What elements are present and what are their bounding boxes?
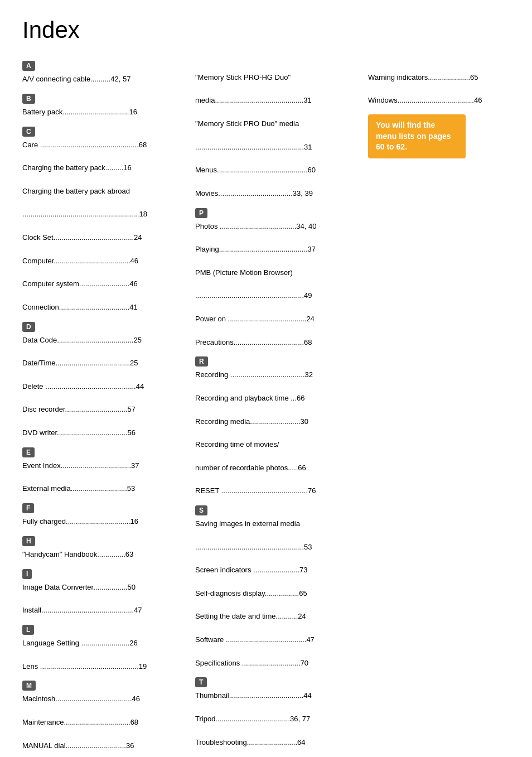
- entry-text: Install.................................…: [22, 605, 195, 616]
- entry-text: "Handycam" Handbook..............63: [22, 549, 195, 561]
- entry-text: A/V connecting cable..........42, 57: [22, 74, 195, 85]
- entry-text: Disc recorder...........................…: [22, 404, 195, 416]
- index-entry: Saving images in external media: [195, 506, 368, 530]
- index-entry: ........................................…: [195, 531, 368, 553]
- index-entry: ........................................…: [22, 199, 195, 221]
- index-entry: Language Setting .......................…: [22, 625, 195, 649]
- entry-text: External media..........................…: [22, 483, 195, 495]
- index-section: SSaving images in external media........…: [195, 505, 368, 669]
- entry-text: Tripod..................................…: [195, 713, 368, 725]
- index-entry: External media..........................…: [22, 473, 195, 495]
- callout-box: You will find the menu lists on pages 60…: [368, 114, 466, 158]
- entry-text: Movies..................................…: [195, 188, 368, 200]
- entry-text: Charging the battery pack.........16: [22, 162, 195, 174]
- index-entry: Photos .................................…: [195, 209, 368, 233]
- index-entry: Recording ..............................…: [195, 357, 368, 381]
- index-entry: Playing.................................…: [195, 233, 368, 255]
- index-entry: Date/Time...............................…: [22, 347, 195, 369]
- entry-text: ........................................…: [195, 542, 368, 553]
- entry-text: Data Code...............................…: [22, 335, 195, 346]
- entry-text: Charging the battery pack abroad: [22, 186, 195, 197]
- index-entry: Data Code...............................…: [22, 322, 195, 346]
- index-entry: Windows.................................…: [368, 85, 510, 107]
- entry-text: DVD writer..............................…: [22, 427, 195, 439]
- index-section: PPhotos ................................…: [195, 208, 368, 349]
- index-entry: Setting the date and time...........24: [195, 601, 368, 623]
- entry-text: Recording media.........................…: [195, 416, 368, 428]
- entry-text: Image Data Converter.................50: [22, 582, 195, 594]
- entry-text: "Memory Stick PRO-HG Duo": [195, 72, 368, 84]
- index-section: "Memory Stick PRO-HG Duo"media..........…: [195, 60, 368, 200]
- entry-text: Power on ...............................…: [195, 314, 368, 325]
- index-entry: Computer................................…: [22, 245, 195, 267]
- mid-column: "Memory Stick PRO-HG Duo"media..........…: [195, 60, 368, 757]
- index-section: AA/V connecting cable..........42, 57: [22, 60, 195, 85]
- index-section: RRecording .............................…: [195, 356, 368, 497]
- entry-text: media...................................…: [195, 95, 368, 107]
- entry-text: Battery pack............................…: [22, 107, 195, 118]
- entry-text: Date/Time...............................…: [22, 358, 195, 369]
- entry-text: Delete .................................…: [22, 381, 195, 393]
- index-entry: Thumbnail...............................…: [195, 678, 368, 702]
- entry-text: MANUAL dial.............................…: [22, 740, 195, 752]
- index-entry: Care ...................................…: [22, 127, 195, 151]
- index-entry: Troubleshooting.........................…: [195, 726, 368, 749]
- entry-text: Photos .................................…: [195, 221, 368, 233]
- index-section: MMacintosh..............................…: [22, 680, 195, 757]
- index-entry: Charging the battery pack abroad: [22, 175, 195, 197]
- index-entry: Warning indicators.....................6…: [368, 61, 510, 84]
- entry-text: Menus...................................…: [195, 165, 368, 176]
- index-section: LLanguage Setting ......................…: [22, 624, 195, 672]
- index-entry: media...................................…: [195, 85, 368, 107]
- section-letter: B: [22, 94, 35, 104]
- index-entry: A/V connecting cable..........42, 57: [22, 61, 195, 85]
- entry-text: Self-diagnosis display.................6…: [195, 588, 368, 600]
- index-entry: Lens ...................................…: [22, 650, 195, 673]
- index-entry: Media Settings..........................…: [22, 753, 195, 757]
- entry-text: Troubleshooting.........................…: [195, 737, 368, 749]
- entry-text: "Memory Stick PRO Duo" media: [195, 118, 368, 130]
- index-section: IImage Data Converter.................50…: [22, 568, 195, 616]
- index-entry: Charging the battery pack.........16: [22, 152, 195, 174]
- entry-text: Maintenance.............................…: [22, 717, 195, 729]
- entry-text: Windows.................................…: [368, 95, 510, 107]
- section-letter: R: [195, 356, 208, 367]
- section-letter: S: [195, 505, 207, 515]
- index-entry: Recording media.........................…: [195, 406, 368, 428]
- entry-text: Saving images in external media: [195, 518, 368, 530]
- index-entry: Disc recorder...........................…: [22, 394, 195, 416]
- index-entry: Menus...................................…: [195, 154, 368, 176]
- index-entry: Recording and playback time ...66: [195, 382, 368, 404]
- section-letter: F: [22, 503, 34, 513]
- index-entry: Event Index.............................…: [22, 448, 195, 472]
- index-entry: Turning the power on ................24: [195, 749, 368, 757]
- section-letter: T: [195, 677, 207, 687]
- section-letter: H: [22, 536, 35, 546]
- entry-text: Computer................................…: [22, 255, 195, 267]
- index-entry: Movies..................................…: [195, 177, 368, 200]
- index-entry: DVD writer..............................…: [22, 417, 195, 439]
- entry-text: PMB (Picture Motion Browser): [195, 267, 368, 279]
- entry-text: Lens ...................................…: [22, 661, 195, 673]
- right-column: Warning indicators.....................6…: [368, 60, 510, 757]
- index-section: FFully charged..........................…: [22, 503, 195, 528]
- index-entry: Tripod..................................…: [195, 703, 368, 725]
- index-entry: "Handycam" Handbook..............63: [22, 537, 195, 561]
- index-columns: AA/V connecting cable..........42, 57BBa…: [22, 60, 510, 757]
- index-entry: Maintenance.............................…: [22, 706, 195, 729]
- index-entry: Precautions.............................…: [195, 326, 368, 349]
- entry-text: Language Setting .......................…: [22, 638, 195, 649]
- page-title: Index: [22, 17, 510, 44]
- index-entry: Battery pack............................…: [22, 94, 195, 118]
- entry-text: Clock Set...............................…: [22, 232, 195, 244]
- section-letter: E: [22, 447, 35, 457]
- index-section: H"Handycam" Handbook..............63: [22, 536, 195, 561]
- left-column: AA/V connecting cable..........42, 57BBa…: [22, 60, 195, 757]
- index-section: DData Code..............................…: [22, 321, 195, 439]
- entry-text: Setting the date and time...........24: [195, 611, 368, 623]
- section-letter: M: [22, 681, 36, 691]
- index-entry: ........................................…: [195, 131, 368, 153]
- index-entry: Self-diagnosis display.................6…: [195, 577, 368, 600]
- entry-text: Precautions.............................…: [195, 337, 368, 349]
- entry-text: Connection..............................…: [22, 302, 195, 314]
